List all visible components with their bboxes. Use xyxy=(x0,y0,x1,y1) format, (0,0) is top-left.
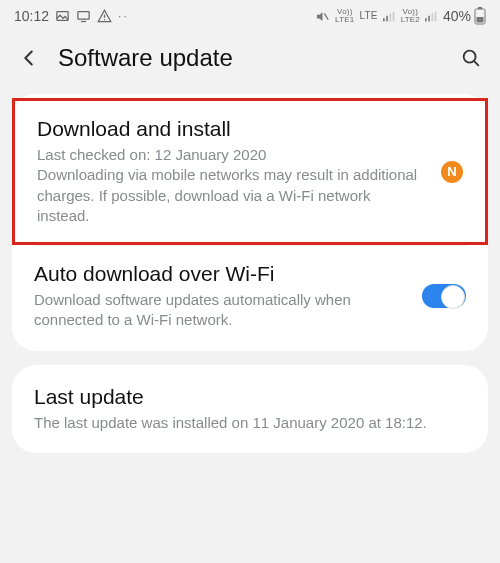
last-update-title: Last update xyxy=(34,385,466,409)
svg-rect-12 xyxy=(431,13,433,21)
svg-rect-6 xyxy=(383,18,385,21)
lte-label: LTE xyxy=(359,12,377,20)
download-install-title: Download and install xyxy=(37,117,427,141)
download-install-desc: Last checked on: 12 January 2020 Downloa… xyxy=(37,145,427,226)
search-button[interactable] xyxy=(460,47,482,69)
signal2-icon xyxy=(425,11,438,22)
warning-icon xyxy=(97,9,112,24)
auto-download-toggle[interactable] xyxy=(422,284,466,308)
svg-rect-1 xyxy=(78,11,89,19)
svg-rect-9 xyxy=(392,11,394,21)
sim2-label: Vo)) LTE2 xyxy=(401,8,420,24)
svg-line-5 xyxy=(324,13,328,19)
svg-rect-8 xyxy=(389,13,391,21)
svg-rect-13 xyxy=(435,11,437,21)
auto-download-desc: Download software updates automatically … xyxy=(34,290,408,331)
last-update-item[interactable]: Last update The last update was installe… xyxy=(12,369,488,449)
battery-icon xyxy=(474,7,486,25)
settings-card-2: Last update The last update was installe… xyxy=(12,365,488,453)
page-header: Software update xyxy=(0,32,500,88)
mute-icon xyxy=(315,9,330,24)
signal1-icon xyxy=(383,11,396,22)
more-dots: ·· xyxy=(118,9,129,23)
auto-download-title: Auto download over Wi-Fi xyxy=(34,262,408,286)
svg-rect-15 xyxy=(478,7,482,9)
svg-point-4 xyxy=(104,19,105,20)
status-bar: 10:12 ·· Vo)) LTE1 LTE Vo)) LTE2 40% xyxy=(0,0,500,32)
back-button[interactable] xyxy=(18,47,40,69)
page-title: Software update xyxy=(58,44,442,72)
svg-rect-11 xyxy=(428,15,430,21)
svg-rect-16 xyxy=(477,17,484,23)
sim1-label: Vo)) LTE1 xyxy=(335,8,354,24)
status-time: 10:12 xyxy=(14,8,49,24)
screen-icon xyxy=(76,9,91,24)
download-install-item[interactable]: Download and install Last checked on: 12… xyxy=(12,98,488,245)
svg-rect-7 xyxy=(386,15,388,21)
svg-line-18 xyxy=(474,61,478,65)
auto-download-item[interactable]: Auto download over Wi-Fi Download softwa… xyxy=(12,246,488,347)
svg-rect-10 xyxy=(425,18,427,21)
battery-percent: 40% xyxy=(443,8,471,24)
settings-card-1: Download and install Last checked on: 12… xyxy=(12,94,488,351)
last-update-desc: The last update was installed on 11 Janu… xyxy=(34,413,466,433)
image-icon xyxy=(55,9,70,24)
update-badge: N xyxy=(441,161,463,183)
